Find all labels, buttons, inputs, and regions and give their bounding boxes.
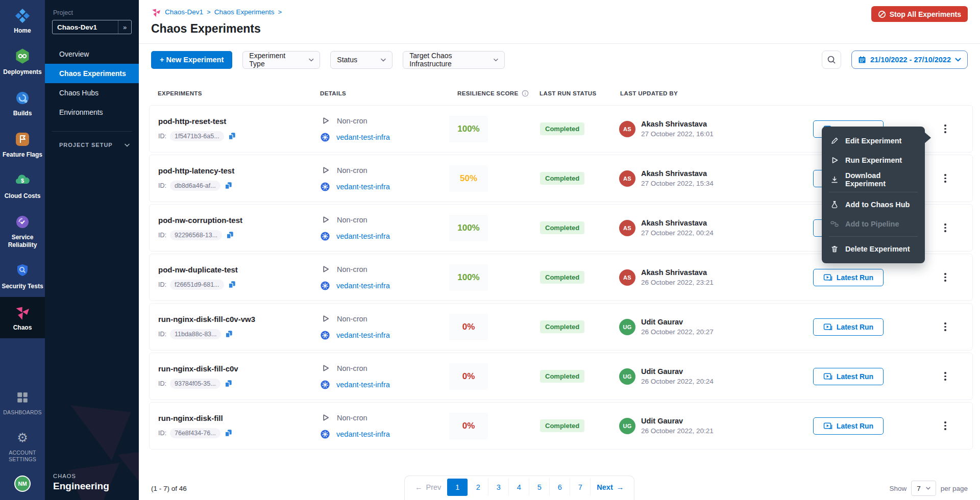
latest-run-button[interactable]: Latest Run [813, 368, 884, 385]
experiment-type-filter[interactable]: Experiment Type [242, 51, 320, 69]
kubernetes-icon [321, 232, 330, 241]
latest-run-button[interactable]: Latest Run [813, 417, 884, 435]
status-filter[interactable]: Status [330, 51, 393, 69]
row-menu-button[interactable] [941, 369, 950, 384]
search-button[interactable] [822, 51, 841, 69]
experiment-name: pod-nw-duplicate-test [158, 265, 312, 274]
page-number-button[interactable]: 5 [529, 479, 549, 496]
user-avatar: UG [619, 418, 635, 434]
rail-item-security-tests[interactable]: Security Tests [0, 256, 45, 297]
copy-id-button[interactable] [224, 181, 233, 190]
stop-all-experiments-button[interactable]: Stop All Experiments [871, 6, 968, 22]
row-menu-button[interactable] [941, 418, 950, 433]
chaos-module-icon [151, 7, 161, 17]
row-menu-button[interactable] [941, 171, 950, 186]
sidebar-item-overview[interactable]: Overview [45, 44, 139, 64]
row-menu-button[interactable] [941, 121, 950, 136]
copy-id-button[interactable] [224, 379, 233, 388]
edit-icon [830, 137, 839, 145]
rail-item-builds[interactable]: Builds [0, 83, 45, 124]
latest-run-button[interactable]: Latest Run [813, 318, 884, 336]
breadcrumb-separator: > [278, 8, 282, 16]
page-number-button[interactable]: 2 [468, 479, 488, 496]
experiment-type: Non-cron [337, 216, 368, 224]
rail-item-cloud-costs[interactable]: $ Cloud Costs [0, 165, 45, 207]
settings-icon: ⚙ [17, 429, 28, 446]
page-number-button[interactable]: 3 [488, 479, 508, 496]
latest-run-icon [823, 421, 832, 431]
project-setup-label: PROJECT SETUP [59, 142, 113, 148]
row-menu-button[interactable] [941, 270, 950, 285]
sidebar-item-chaos-hubs[interactable]: Chaos Hubs [45, 83, 139, 103]
column-last-updated-by: LAST UPDATED BY [611, 90, 804, 96]
run-icon [830, 156, 839, 164]
prev-page-button[interactable]: ← Prev [409, 479, 447, 496]
infrastructure-link[interactable]: vedant-test-infra [336, 381, 390, 389]
user-avatar: AS [619, 121, 635, 137]
page-number-button[interactable]: 7 [570, 479, 590, 496]
info-icon[interactable] [522, 90, 529, 97]
copy-id-button[interactable] [226, 231, 234, 239]
date-range-picker[interactable]: 21/10/2022 - 27/10/2022 [851, 51, 968, 69]
page-number-button[interactable]: 6 [549, 479, 570, 496]
breadcrumb-experiments-link[interactable]: Chaos Experiments [214, 8, 275, 16]
menu-item-delete-experiment[interactable]: Delete Experiment [822, 239, 925, 259]
rail-item-chaos[interactable]: Chaos [0, 297, 45, 338]
stop-all-label: Stop All Experiments [890, 10, 961, 18]
id-label: ID: [158, 182, 166, 189]
status-badge: Completed [540, 320, 584, 333]
next-page-button[interactable]: Next → [590, 479, 630, 496]
sidebar-item-environments[interactable]: Environments [45, 103, 139, 122]
infrastructure-link[interactable]: vedant-test-infra [336, 232, 390, 240]
project-selector[interactable]: Chaos-Dev1 » [52, 20, 132, 34]
page-title: Chaos Experiments [139, 17, 980, 44]
menu-item-run-experiment[interactable]: Run Experiment [822, 151, 925, 170]
table-row: run-nginx-disk-fill ID: 76e8f434-76... N… [149, 402, 973, 449]
id-label: ID: [158, 133, 166, 140]
experiment-name: pod-http-latency-test [158, 166, 312, 175]
page-number-button[interactable]: 4 [508, 479, 529, 496]
project-setup-toggle[interactable]: PROJECT SETUP [45, 142, 139, 148]
per-page-label: per page [941, 485, 968, 492]
page-size-select[interactable]: 7 [911, 481, 936, 496]
play-outline-icon [321, 215, 330, 224]
new-experiment-button[interactable]: + New Experiment [151, 51, 232, 69]
user-avatar: AS [619, 220, 635, 236]
menu-item-download-experiment[interactable]: Download Experiment [822, 170, 925, 189]
rail-item-feature-flags[interactable]: Feature Flags [0, 124, 45, 165]
infrastructure-link[interactable]: vedant-test-infra [336, 133, 390, 141]
copy-id-button[interactable] [228, 280, 236, 289]
row-menu-button[interactable] [941, 319, 950, 334]
infrastructure-link[interactable]: vedant-test-infra [336, 430, 390, 438]
page-number-buttons: 1234567 [447, 479, 590, 496]
menu-item-edit-experiment[interactable]: Edit Experiment [822, 131, 925, 151]
copy-id-button[interactable] [228, 132, 236, 140]
infrastructure-link[interactable]: vedant-test-infra [336, 282, 390, 290]
resilience-score: 100% [449, 116, 488, 142]
chaos-icon [14, 304, 31, 321]
rail-item-dashboards[interactable]: DASHBOARDS [0, 382, 45, 422]
rail-item-home[interactable]: Home [0, 0, 45, 41]
expand-projects-button[interactable]: » [118, 20, 131, 34]
breadcrumb-project-link[interactable]: Chaos-Dev1 [165, 8, 203, 16]
menu-item-add-to-chaos-hub[interactable]: Add to Chaos Hub [822, 195, 925, 214]
infrastructure-link[interactable]: vedant-test-infra [336, 331, 390, 339]
target-infrastructure-filter[interactable]: Target Chaos Infrastructure [403, 51, 505, 69]
rail-item-deployments[interactable]: Deployments [0, 41, 45, 83]
rail-item-account-settings[interactable]: ⚙ ACCOUNT SETTINGS [0, 422, 45, 469]
pagination-bar: (1 - 7) of 46 ← Prev 1234567 Next → Show… [139, 477, 980, 500]
user-avatar[interactable]: NM [14, 476, 31, 492]
rail-item-service-reliability[interactable]: Service Reliability [0, 207, 45, 256]
experiment-id: 93784f05-35... [170, 379, 220, 389]
row-menu-button[interactable] [941, 220, 950, 235]
sidebar-item-chaos-experiments[interactable]: Chaos Experiments [45, 64, 139, 83]
latest-run-button[interactable]: Latest Run [813, 269, 884, 286]
copy-id-button[interactable] [225, 330, 233, 338]
menu-arrow [924, 132, 931, 144]
arrow-left-icon: ← [415, 483, 423, 491]
page-number-button[interactable]: 1 [447, 479, 468, 496]
copy-id-button[interactable] [224, 429, 233, 437]
column-details: DETAILS [311, 90, 440, 96]
infrastructure-link[interactable]: vedant-test-infra [336, 183, 390, 191]
resilience-score: 100% [449, 215, 488, 241]
